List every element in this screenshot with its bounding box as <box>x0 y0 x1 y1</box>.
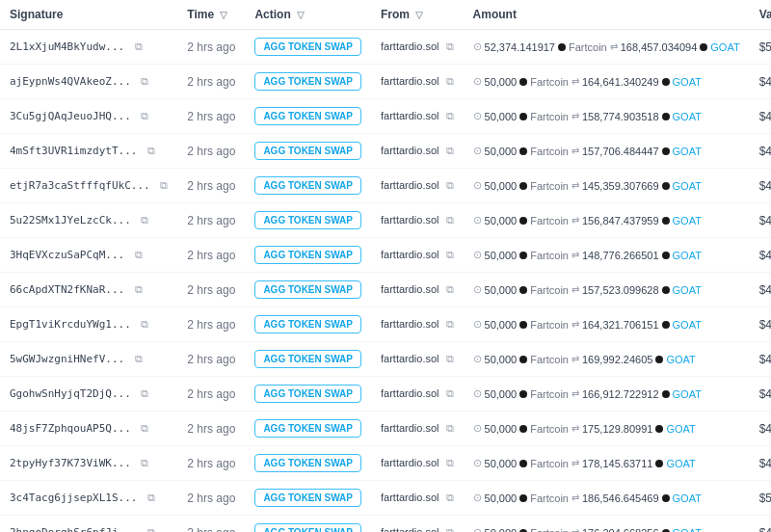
copy-icon[interactable]: ⧉ <box>141 214 148 226</box>
copy-icon[interactable]: ⧉ <box>141 318 148 331</box>
copy-icon[interactable]: ⧉ <box>135 353 143 365</box>
from-copy-icon[interactable]: ⧉ <box>446 75 454 88</box>
copy-icon[interactable]: ⧉ <box>147 492 155 504</box>
amount-out-value: 50,000 <box>485 423 518 435</box>
action-filter-icon[interactable]: ▽ <box>297 10 305 20</box>
goat-label[interactable]: GOAT <box>666 423 695 435</box>
action-badge[interactable]: AGG TOKEN SWAP <box>254 385 361 403</box>
from-copy-icon[interactable]: ⧉ <box>446 387 454 400</box>
header-time[interactable]: Time ▽ <box>177 0 245 30</box>
copy-icon[interactable]: ⧉ <box>141 110 148 122</box>
from-copy-icon[interactable]: ⧉ <box>446 492 454 504</box>
header-from[interactable]: From ▽ <box>371 0 464 30</box>
action-badge[interactable]: AGG TOKEN SWAP <box>254 176 361 195</box>
action-badge[interactable]: AGG TOKEN SWAP <box>254 246 361 264</box>
from-copy-icon[interactable]: ⧉ <box>446 110 454 122</box>
signature-text[interactable]: 3c4Tacg6jjsepXL1S... <box>10 492 137 504</box>
from-copy-icon[interactable]: ⧉ <box>446 457 454 469</box>
action-badge[interactable]: AGG TOKEN SWAP <box>254 315 361 333</box>
goat-label[interactable]: GOAT <box>673 319 702 331</box>
swap-icon: ⇄ <box>572 215 579 226</box>
goat-label[interactable]: GOAT <box>673 388 702 400</box>
goat-label[interactable]: GOAT <box>673 492 702 504</box>
goat-label[interactable]: GOAT <box>673 76 702 88</box>
signature-text[interactable]: 2L1xXjuM4BkYudw... <box>10 40 124 53</box>
action-badge[interactable]: AGG TOKEN SWAP <box>254 38 361 56</box>
signature-text[interactable]: 66cApdXTN2fKNaR... <box>10 283 124 296</box>
action-badge[interactable]: AGG TOKEN SWAP <box>254 419 361 438</box>
header-action[interactable]: Action ▽ <box>245 0 371 30</box>
action-badge[interactable]: AGG TOKEN SWAP <box>254 489 361 507</box>
goat-label[interactable]: GOAT <box>666 354 695 365</box>
time-cell: 2 hrs ago <box>177 134 245 169</box>
from-copy-icon[interactable]: ⧉ <box>446 40 454 53</box>
action-badge[interactable]: AGG TOKEN SWAP <box>254 454 361 472</box>
signature-text[interactable]: 5wGWJwzgniHNefV... <box>10 353 124 365</box>
action-badge[interactable]: AGG TOKEN SWAP <box>254 211 361 229</box>
from-copy-icon[interactable]: ⧉ <box>446 214 454 226</box>
signature-text[interactable]: GgohwSnHyjqT2DjQ... <box>10 387 131 400</box>
from-copy-icon[interactable]: ⧉ <box>446 283 454 296</box>
amount-in-value: 186,546.645469 <box>582 492 659 504</box>
copy-icon[interactable]: ⧉ <box>147 526 155 532</box>
copy-icon[interactable]: ⧉ <box>135 249 143 261</box>
swap-icon: ⇄ <box>572 458 579 468</box>
copy-icon[interactable]: ⧉ <box>135 283 143 296</box>
goat-label[interactable]: GOAT <box>710 41 739 53</box>
amount-out-value: 50,000 <box>485 111 518 122</box>
fartcoin-label: Fartcoin <box>530 111 569 122</box>
amount-cell: ⊙ 50,000 Fartcoin ⇄ 176,204.668256 GOAT <box>464 516 750 533</box>
copy-icon[interactable]: ⧉ <box>141 75 148 88</box>
signature-text[interactable]: 2hnqoDorghSr6pfJj... <box>10 526 137 532</box>
signature-text[interactable]: 48jsF7ZphqouAP5Q... <box>10 422 131 435</box>
goat-label[interactable]: GOAT <box>673 111 702 122</box>
action-badge[interactable]: AGG TOKEN SWAP <box>254 107 361 125</box>
signature-text[interactable]: etjR7a3caStfffqfUkC... <box>10 179 150 192</box>
signature-text[interactable]: 2tpyHyf37K73ViWK... <box>10 457 131 469</box>
goat-label[interactable]: GOAT <box>666 458 695 469</box>
action-badge[interactable]: AGG TOKEN SWAP <box>254 142 361 160</box>
goat-label[interactable]: GOAT <box>673 146 702 157</box>
amount-cell: ⊙ 50,000 Fartcoin ⇄ 156,847.437959 GOAT <box>464 203 750 238</box>
signature-text[interactable]: 5u22SMx1JYeLzcCk... <box>10 214 131 226</box>
from-cell: farttardio.sol ⧉ <box>371 30 464 65</box>
action-badge[interactable]: AGG TOKEN SWAP <box>254 72 361 91</box>
copy-icon[interactable]: ⧉ <box>141 457 148 469</box>
copy-icon[interactable]: ⧉ <box>141 387 148 400</box>
signature-text[interactable]: 3Cu5gjQAqJeuoJHQ... <box>10 110 131 122</box>
from-filter-icon[interactable]: ▽ <box>415 10 423 20</box>
header-value[interactable]: Value ▽ <box>750 0 771 30</box>
goat-label[interactable]: GOAT <box>673 284 702 296</box>
from-copy-icon[interactable]: ⧉ <box>446 145 454 157</box>
clock-icon: ⊙ <box>473 526 482 532</box>
copy-icon[interactable]: ⧉ <box>135 40 143 53</box>
from-copy-icon[interactable]: ⧉ <box>446 353 454 365</box>
signature-text[interactable]: EpgT1viKrcduYWg1... <box>10 318 131 331</box>
from-copy-icon[interactable]: ⧉ <box>446 249 454 261</box>
from-copy-icon[interactable]: ⧉ <box>446 318 454 331</box>
from-copy-icon[interactable]: ⧉ <box>446 422 454 435</box>
time-filter-icon[interactable]: ▽ <box>220 10 227 20</box>
goat-label[interactable]: GOAT <box>673 527 702 533</box>
signature-text[interactable]: 3HqEVXczuSaPCqM... <box>10 249 124 261</box>
action-badge[interactable]: AGG TOKEN SWAP <box>254 523 361 532</box>
action-badge[interactable]: AGG TOKEN SWAP <box>254 350 361 368</box>
copy-icon[interactable]: ⧉ <box>147 145 155 157</box>
from-copy-icon[interactable]: ⧉ <box>446 179 454 192</box>
time-cell: 2 hrs ago <box>177 65 245 99</box>
goat-label[interactable]: GOAT <box>673 180 702 192</box>
action-badge[interactable]: AGG TOKEN SWAP <box>254 280 361 299</box>
amount-out-value: 50,000 <box>485 250 518 261</box>
clock-icon: ⊙ <box>473 249 482 261</box>
signature-text[interactable]: ajEypnWs4QVAkeoZ... <box>10 75 131 88</box>
copy-icon[interactable]: ⧉ <box>141 422 148 435</box>
goat-label[interactable]: GOAT <box>673 250 702 261</box>
from-copy-icon[interactable]: ⧉ <box>446 526 454 532</box>
swap-icon: ⇄ <box>572 111 579 121</box>
amount-cell: ⊙ 50,000 Fartcoin ⇄ 166,912.722912 GOAT <box>464 377 750 412</box>
fartcoin-dot <box>519 252 527 259</box>
copy-icon[interactable]: ⧉ <box>160 179 168 192</box>
signature-text[interactable]: 4mSft3UVR1imzdytT... <box>10 145 137 157</box>
goat-label[interactable]: GOAT <box>673 215 702 226</box>
fartcoin-dot <box>519 113 527 120</box>
